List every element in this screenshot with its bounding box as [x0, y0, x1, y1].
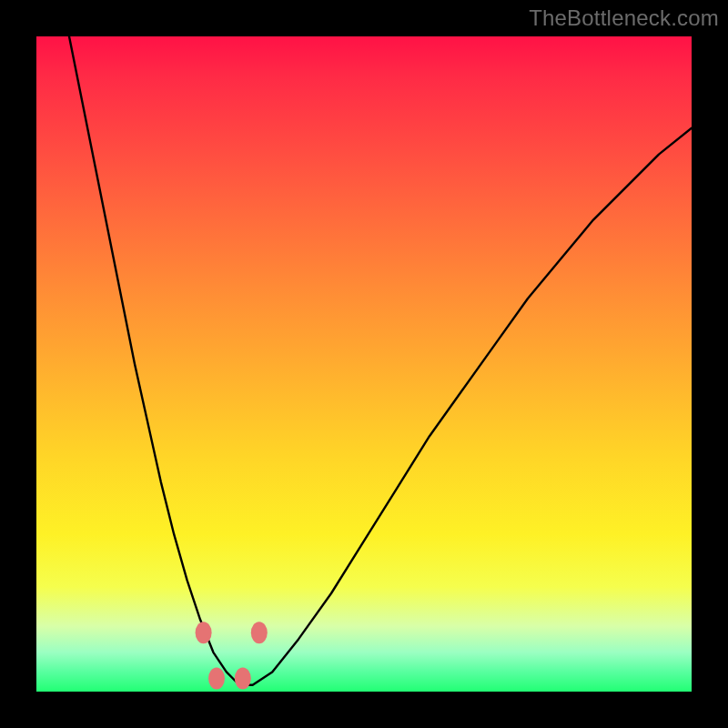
highlight-marker [251, 622, 268, 643]
watermark-text: TheBottleneck.com [529, 5, 719, 31]
chart-frame: TheBottleneck.com [0, 0, 728, 728]
highlight-marker [208, 668, 225, 690]
highlight-marker [235, 668, 251, 690]
plot-area [36, 36, 692, 692]
highlight-marker [196, 622, 212, 643]
highlight-markers [196, 622, 268, 689]
curve-overlay [36, 36, 692, 692]
bottleneck-curve [69, 36, 692, 685]
